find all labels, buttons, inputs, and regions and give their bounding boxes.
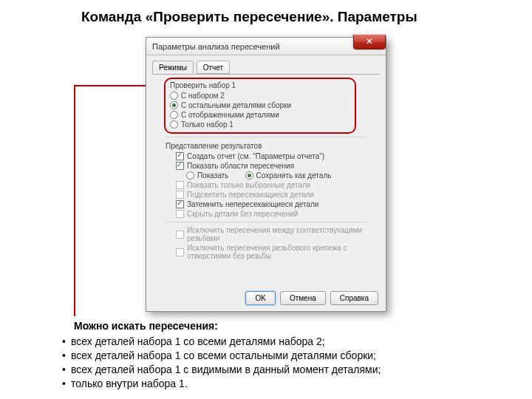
opt-only-set1[interactable]: Только набор 1: [170, 120, 350, 129]
opt-label: Сохранить как деталь: [256, 171, 332, 180]
chk-create-report[interactable]: Создать отчет (см. "Параметры отчета"): [176, 151, 378, 161]
list-item: только внутри набора 1.: [62, 377, 488, 391]
modes-panel: Проверить набор 1 С набором 2 С остальны…: [146, 78, 386, 265]
checkbox-icon: [176, 191, 184, 199]
callout-connector-vertical: [74, 85, 75, 316]
chk-only-selected[interactable]: Показать только выбранные детали: [176, 180, 378, 190]
opt-label: Скрыть детали без пересечений: [187, 210, 298, 218]
radio-icon: [170, 111, 178, 119]
checkbox-icon: [176, 210, 184, 218]
tab-modes[interactable]: Режимы: [152, 61, 194, 74]
results-title: Представление результатов: [166, 142, 378, 150]
slide-title: Команда «Проверить пересечение». Парамет…: [81, 9, 417, 25]
close-button[interactable]: ✕: [353, 35, 386, 50]
tab-bar: Режимы Отчет: [152, 60, 380, 75]
radio-icon: [186, 171, 194, 180]
opt-label: Исключить пересечения резьбового крепежа…: [187, 244, 378, 260]
separator: [166, 137, 366, 137]
ok-button[interactable]: OK: [245, 291, 275, 305]
notes-title: Можно искать пересечения:: [74, 319, 488, 333]
chk-highlight-intersecting[interactable]: Подсветить пересекающиеся детали: [176, 190, 378, 200]
dialog-title: Параметры анализа пересечений: [152, 42, 280, 51]
opt-label: Показать: [197, 171, 229, 180]
tab-report[interactable]: Отчет: [197, 61, 230, 74]
help-button[interactable]: Справка: [330, 291, 378, 305]
chk-show-areas[interactable]: Показать области пересечения: [176, 161, 378, 171]
radio-icon: [170, 101, 178, 109]
opt-label: Только набор 1: [181, 120, 233, 129]
list-item: всех деталей набора 1 со всеми деталями …: [62, 335, 488, 349]
checkbox-icon: [176, 181, 184, 189]
checkbox-icon: [176, 248, 184, 256]
check-set1-title: Проверить набор 1: [170, 81, 350, 89]
checkbox-icon: [176, 200, 184, 208]
chk-hide-nonintersecting[interactable]: Скрыть детали без пересечений: [176, 209, 378, 219]
opt-label: Подсветить пересекающиеся детали: [187, 191, 314, 199]
check-set1-group-highlight: Проверить набор 1 С набором 2 С остальны…: [164, 78, 356, 134]
opt-label: С остальными деталями сборки: [181, 101, 291, 109]
notes-list: всех деталей набора 1 со всеми деталями …: [74, 335, 488, 391]
opt-with-rest-assembly[interactable]: С остальными деталями сборки: [170, 100, 350, 110]
opt-label: С набором 2: [181, 92, 225, 100]
opt-label: Создать отчет (см. "Параметры отчета"): [187, 152, 324, 160]
chk-dim-nonintersecting[interactable]: Затемнить непересекающиеся детали: [176, 200, 378, 209]
dialog-titlebar[interactable]: Параметры анализа пересечений ✕: [146, 38, 386, 55]
list-item: всех деталей набора 1 со всеми остальным…: [62, 349, 488, 363]
separator: [166, 222, 366, 222]
chk-exclude-fasteners[interactable]: Исключить пересечения резьбового крепежа…: [176, 243, 378, 261]
list-item: всех деталей набора 1 с видимыми в данны…: [62, 363, 488, 377]
intersection-params-dialog: Параметры анализа пересечений ✕ Режимы О…: [146, 37, 386, 312]
opt-label: Показать области пересечения: [187, 162, 294, 170]
opt-with-set2[interactable]: С набором 2: [170, 91, 350, 100]
radio-show[interactable]: Показать Сохранить как деталь: [186, 171, 378, 180]
opt-label: Показать только выбранные детали: [187, 181, 310, 189]
radio-icon: [170, 120, 178, 129]
checkbox-icon: [176, 231, 184, 239]
radio-icon: [245, 171, 253, 180]
radio-icon: [170, 92, 178, 100]
checkbox-icon: [176, 162, 184, 170]
dialog-buttons: OK Отмена Справка: [245, 291, 378, 305]
cancel-button[interactable]: Отмена: [280, 291, 326, 305]
opt-label: Исключить пересечения между соответствую…: [187, 226, 378, 242]
opt-label: С отображенными деталями: [181, 111, 279, 119]
close-icon: ✕: [366, 36, 373, 47]
explanation-notes: Можно искать пересечения: всех деталей н…: [74, 319, 488, 390]
opt-with-displayed[interactable]: С отображенными деталями: [170, 110, 350, 120]
chk-exclude-threads[interactable]: Исключить пересечения между соответствую…: [176, 225, 378, 243]
opt-label: Затемнить непересекающиеся детали: [187, 200, 318, 208]
checkbox-icon: [176, 152, 184, 160]
